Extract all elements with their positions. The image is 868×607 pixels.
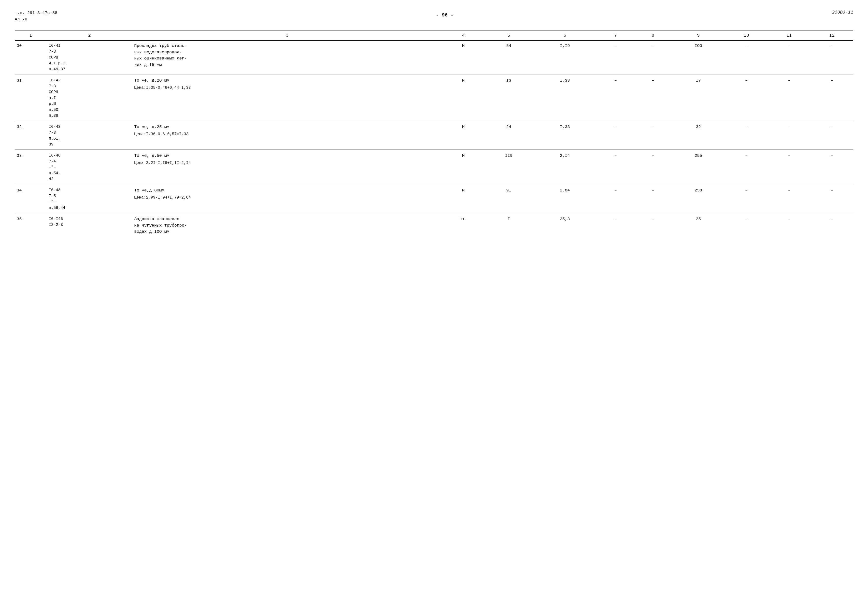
- table-header-row: I 2 3 4 5 6 7 8 9 IO II I2: [15, 30, 853, 41]
- row-col-8: –: [634, 150, 672, 184]
- table-row: 3I.I6-42 7-3 ССРЦ ч.I р.Ш п.50 п.38То же…: [15, 75, 853, 121]
- row-col-7: –: [597, 150, 634, 184]
- row-col-12: –: [811, 213, 853, 237]
- row-col-10: –: [725, 184, 768, 213]
- row-col-9: 255: [672, 150, 725, 184]
- row-col-10: –: [725, 75, 768, 121]
- row-col-6: 25,3: [533, 213, 597, 237]
- row-col-5: 9I: [485, 184, 533, 213]
- row-col-4: шт.: [442, 213, 485, 237]
- row-code: I6-46 7-4 –"– п.54, 42: [46, 150, 132, 184]
- row-code: I6-I46 I2-2-3: [46, 213, 132, 237]
- row-col-12: –: [811, 121, 853, 150]
- row-number: 34.: [15, 184, 46, 213]
- table-row: 32.I6-43 7-3 п.5I, 39То же, д.25 ммЦена:…: [15, 121, 853, 150]
- row-col-5: I: [485, 213, 533, 237]
- row-col-7: –: [597, 213, 634, 237]
- doc-number: 2ЗЗВ3-11: [832, 10, 853, 15]
- row-code: I6-43 7-3 п.5I, 39: [46, 121, 132, 150]
- row-col-8: –: [634, 121, 672, 150]
- col-header-5: 5: [485, 30, 533, 41]
- row-col-6: I,I9: [533, 40, 597, 75]
- row-description: То же, д.25 ммЦена:I,36-0,6+0,57=I,33: [132, 121, 442, 150]
- row-col-4: М: [442, 40, 485, 75]
- row-col-12: –: [811, 75, 853, 121]
- row-col-11: –: [768, 40, 811, 75]
- row-col-12: –: [811, 150, 853, 184]
- col-header-10: IO: [725, 30, 768, 41]
- table-row: 34.I6-48 7-5 –"– п.56,44То же,д.80ммЦена…: [15, 184, 853, 213]
- row-col-9: I7: [672, 75, 725, 121]
- main-table: I 2 3 4 5 6 7 8 9 IO II I2 30.I6-4I 7-3 …: [15, 30, 853, 237]
- row-number: 32.: [15, 121, 46, 150]
- col-header-9: 9: [672, 30, 725, 41]
- row-col-10: –: [725, 213, 768, 237]
- col-header-11: II: [768, 30, 811, 41]
- row-col-4: М: [442, 150, 485, 184]
- row-col-6: I,33: [533, 121, 597, 150]
- row-col-10: –: [725, 121, 768, 150]
- row-description: Задвижка фланцевая на чугунных трубопро-…: [132, 213, 442, 237]
- row-description: То же, д.20 ммЦена:I,35-0,46+0,44=I,33: [132, 75, 442, 121]
- row-number: 33.: [15, 150, 46, 184]
- row-col-8: –: [634, 75, 672, 121]
- col-header-8: 8: [634, 30, 672, 41]
- row-col-9: IOO: [672, 40, 725, 75]
- row-col-6: I,33: [533, 75, 597, 121]
- col-header-3: 3: [132, 30, 442, 41]
- page-number: - 96 -: [436, 12, 454, 18]
- doc-ref-line1: т.п. 291-3-47с-88: [15, 10, 57, 16]
- row-col-12: –: [811, 184, 853, 213]
- table-row: 33.I6-46 7-4 –"– п.54, 42То же, д.50 ммЦ…: [15, 150, 853, 184]
- col-header-7: 7: [597, 30, 634, 41]
- row-col-5: I3: [485, 75, 533, 121]
- row-col-10: –: [725, 150, 768, 184]
- row-col-8: –: [634, 40, 672, 75]
- row-col-4: М: [442, 75, 485, 121]
- row-description: Прокладка труб сталь- ных водогазопровод…: [132, 40, 442, 75]
- page-header: т.п. 291-3-47с-88 Ал.УП - 96 - 2ЗЗВ3-11: [15, 10, 853, 22]
- row-col-4: М: [442, 121, 485, 150]
- row-col-5: 24: [485, 121, 533, 150]
- row-col-11: –: [768, 150, 811, 184]
- row-col-6: 2,I4: [533, 150, 597, 184]
- row-code: I6-48 7-5 –"– п.56,44: [46, 184, 132, 213]
- row-col-11: –: [768, 75, 811, 121]
- row-number: 35.: [15, 213, 46, 237]
- row-code: I6-4I 7-3 ССРЦ ч.I р.Ш п.49,37: [46, 40, 132, 75]
- row-description: То же, д.50 ммЦена 2,2I-I,I8+I,II=2,I4: [132, 150, 442, 184]
- row-col-11: –: [768, 213, 811, 237]
- table-row: 30.I6-4I 7-3 ССРЦ ч.I р.Ш п.49,37Проклад…: [15, 40, 853, 75]
- row-col-7: –: [597, 184, 634, 213]
- row-code: I6-42 7-3 ССРЦ ч.I р.Ш п.50 п.38: [46, 75, 132, 121]
- row-col-6: 2,84: [533, 184, 597, 213]
- row-col-7: –: [597, 40, 634, 75]
- row-col-5: 84: [485, 40, 533, 75]
- row-col-11: –: [768, 121, 811, 150]
- row-col-9: 25: [672, 213, 725, 237]
- row-col-8: –: [634, 213, 672, 237]
- row-number: 30.: [15, 40, 46, 75]
- col-header-2: 2: [46, 30, 132, 41]
- row-col-9: 258: [672, 184, 725, 213]
- col-header-6: 6: [533, 30, 597, 41]
- doc-ref-line2: Ал.УП: [15, 16, 57, 23]
- row-col-11: –: [768, 184, 811, 213]
- row-col-10: –: [725, 40, 768, 75]
- col-header-12: I2: [811, 30, 853, 41]
- row-col-4: М: [442, 184, 485, 213]
- row-col-9: 32: [672, 121, 725, 150]
- row-col-12: –: [811, 40, 853, 75]
- col-header-1: I: [15, 30, 46, 41]
- row-col-7: –: [597, 121, 634, 150]
- table-row: 35.I6-I46 I2-2-3Задвижка фланцевая на чу…: [15, 213, 853, 237]
- row-col-5: II9: [485, 150, 533, 184]
- header-left: т.п. 291-3-47с-88 Ал.УП: [15, 10, 57, 22]
- row-description: То же,д.80ммЦена:2,99-I,94+I,79=2,84: [132, 184, 442, 213]
- row-number: 3I.: [15, 75, 46, 121]
- row-col-7: –: [597, 75, 634, 121]
- col-header-4: 4: [442, 30, 485, 41]
- row-col-8: –: [634, 184, 672, 213]
